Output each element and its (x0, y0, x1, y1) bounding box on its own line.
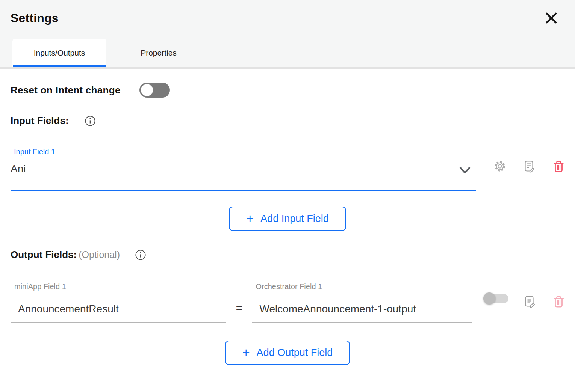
tab-properties[interactable]: Properties (106, 39, 211, 67)
output-field-row: miniApp Field 1 = Orchestrator Field 1 (11, 282, 564, 323)
dialog-header: Settings Inputs/Outputs Properties (0, 0, 575, 67)
trash-icon-disabled (553, 296, 564, 308)
toggle-knob (141, 84, 153, 96)
miniapp-field-1-label: miniApp Field 1 (11, 282, 226, 291)
reset-on-intent-row: Reset on Intent change (11, 83, 564, 98)
plus-icon: + (242, 346, 250, 359)
input-field-settings-button[interactable] (494, 160, 506, 173)
tab-bar: Inputs/Outputs Properties (11, 39, 575, 67)
orchestrator-field-1-label: Orchestrator Field 1 (252, 282, 472, 291)
chevron-down-icon (458, 166, 471, 175)
reset-on-intent-label: Reset on Intent change (11, 84, 121, 96)
input-field-note-edit-button[interactable] (523, 160, 536, 173)
settings-dialog: Settings Inputs/Outputs Properties Reset… (0, 0, 575, 365)
input-fields-info-button[interactable] (85, 115, 96, 127)
plus-icon: + (246, 212, 254, 225)
output-fields-section-heading: Output Fields: (Optional) (11, 249, 564, 261)
info-icon (135, 249, 146, 261)
info-icon (85, 115, 96, 127)
reset-on-intent-toggle[interactable] (139, 83, 170, 98)
input-field-1-value[interactable] (11, 163, 406, 175)
inputs-outputs-panel: Reset on Intent change Input Fields: Inp… (0, 83, 575, 365)
tab-inputs-outputs-label: Inputs/Outputs (34, 48, 85, 57)
header-divider (0, 67, 575, 69)
input-field-1: Input Field 1 (11, 148, 476, 191)
input-field-delete-button[interactable] (553, 160, 564, 173)
input-field-1-dropdown-button[interactable] (458, 166, 471, 176)
output-field-toggle[interactable] (483, 292, 508, 305)
output-field-delete-button[interactable] (553, 296, 564, 308)
page-title: Settings (11, 11, 575, 25)
output-fields-info-button[interactable] (135, 249, 146, 261)
miniapp-field-1-value[interactable] (11, 303, 217, 315)
output-fields-heading: Output Fields: (11, 249, 77, 261)
equals-sign: = (236, 302, 242, 314)
add-input-field-button[interactable]: + Add Input Field (229, 207, 346, 231)
input-fields-heading: Input Fields: (11, 115, 69, 127)
gear-icon (494, 160, 506, 172)
orchestrator-field-1-value[interactable] (252, 303, 463, 315)
trash-icon (553, 160, 564, 173)
input-field-1-actions (494, 160, 564, 173)
orchestrator-field-1: Orchestrator Field 1 (252, 282, 472, 323)
input-field-row: Input Field 1 (11, 148, 564, 191)
note-edit-icon (524, 296, 536, 308)
add-output-field-label: Add Output Field (257, 347, 333, 359)
tab-inputs-outputs[interactable]: Inputs/Outputs (12, 39, 106, 67)
add-input-field-label: Add Input Field (260, 213, 329, 225)
output-field-note-edit-button[interactable] (524, 296, 536, 308)
close-button[interactable] (543, 10, 560, 26)
input-fields-section-heading: Input Fields: (11, 115, 564, 127)
miniapp-field-1: miniApp Field 1 (11, 282, 226, 323)
input-field-1-label: Input Field 1 (11, 148, 476, 156)
optional-label: (Optional) (79, 249, 120, 260)
close-icon (544, 11, 558, 25)
add-output-field-button[interactable]: + Add Output Field (225, 341, 350, 365)
tab-properties-label: Properties (141, 48, 177, 57)
note-edit-icon (523, 160, 536, 173)
